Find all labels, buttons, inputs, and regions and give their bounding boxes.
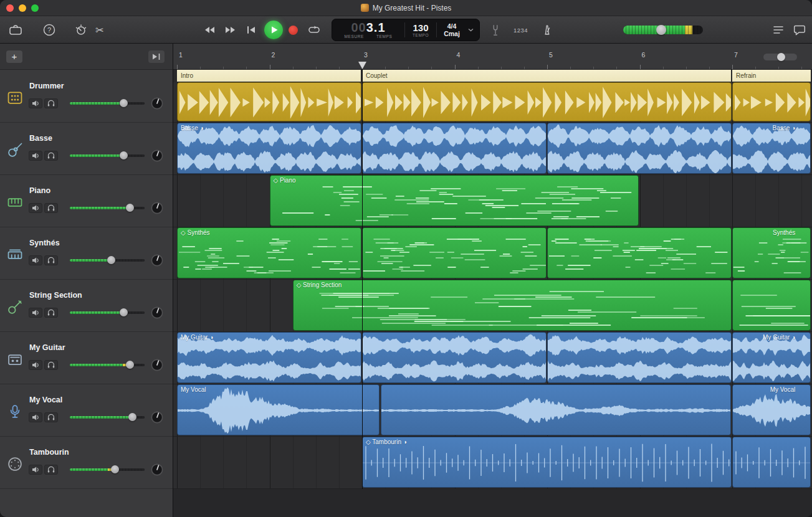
solo-button[interactable]	[44, 203, 58, 213]
solo-button[interactable]	[44, 360, 58, 370]
quick-help-icon[interactable]: ?	[39, 16, 60, 44]
pan-knob[interactable]	[150, 97, 164, 110]
region-basse[interactable]	[547, 123, 732, 174]
region-my-vocal-my-vocal[interactable]: My Vocal	[732, 384, 811, 435]
volume-slider[interactable]	[70, 256, 145, 265]
note-pad-icon[interactable]	[768, 16, 789, 44]
mute-button[interactable]	[29, 151, 42, 161]
region-my-guitar[interactable]	[362, 332, 547, 383]
lcd-display[interactable]: 003.1 MESURETEMPS 130 TEMPO 4/4 Cmaj	[332, 19, 480, 41]
chevron-down-icon[interactable]	[468, 19, 474, 40]
volume-slider[interactable]	[70, 465, 145, 474]
arrangement-marker-refrain[interactable]: Refrain	[732, 70, 811, 82]
region-synth-s[interactable]	[362, 227, 547, 278]
time-ruler[interactable]: 1234567	[173, 44, 812, 70]
volume-slider[interactable]	[70, 413, 145, 422]
mute-button[interactable]	[29, 308, 42, 318]
metronome-icon[interactable]	[537, 16, 558, 44]
pan-knob[interactable]	[150, 410, 164, 424]
region-my-guitar-my-guitar[interactable]: My Guitar ◑	[177, 332, 361, 383]
count-in-button[interactable]: 1234	[513, 16, 528, 44]
tuning-fork-icon[interactable]	[485, 16, 506, 44]
track-header-my-guitar[interactable]: My Guitar	[0, 332, 173, 384]
record-button[interactable]	[289, 26, 298, 35]
fullscreen-button[interactable]	[31, 4, 39, 12]
library-icon[interactable]	[5, 16, 26, 44]
zoom-slider[interactable]	[763, 54, 797, 60]
region-basse-basse[interactable]: Basse ◑	[732, 123, 811, 174]
pan-knob[interactable]	[150, 201, 164, 215]
play-button[interactable]	[264, 21, 283, 39]
region-tambourin-tambourin[interactable]: ◇ Tambourin ◑	[362, 437, 732, 488]
region-string-section-string-section[interactable]: ◇ String Section	[293, 280, 732, 331]
region-my-vocal[interactable]	[381, 384, 732, 435]
solo-button[interactable]	[44, 412, 58, 422]
mute-button[interactable]	[29, 98, 42, 108]
volume-slider[interactable]	[70, 361, 145, 369]
playhead[interactable]	[362, 62, 363, 489]
pan-knob[interactable]	[150, 463, 164, 477]
solo-button[interactable]	[44, 151, 58, 161]
volume-slider-thumb[interactable]	[120, 151, 128, 159]
region-my-guitar[interactable]	[547, 332, 732, 383]
pan-knob[interactable]	[150, 254, 164, 267]
smart-controls-icon[interactable]	[70, 16, 92, 44]
region-drummer[interactable]	[177, 82, 361, 121]
region-tambourin[interactable]	[732, 437, 811, 488]
region-my-vocal-my-vocal[interactable]: My Vocal	[177, 384, 380, 435]
region-string-section[interactable]	[732, 280, 811, 331]
mute-button[interactable]	[29, 412, 42, 422]
add-track-button[interactable]: +	[6, 50, 22, 63]
volume-slider[interactable]	[70, 99, 145, 108]
volume-slider-thumb[interactable]	[120, 99, 128, 107]
track-header-string-section[interactable]: String Section	[0, 280, 173, 332]
volume-slider-thumb[interactable]	[126, 361, 134, 369]
track-header-drummer[interactable]: Drummer	[0, 70, 173, 123]
volume-slider[interactable]	[70, 151, 145, 160]
pan-knob[interactable]	[150, 306, 164, 320]
track-header-collapse-icon[interactable]	[148, 50, 165, 63]
master-volume-slider[interactable]	[623, 26, 703, 34]
solo-button[interactable]	[44, 465, 58, 475]
mute-button[interactable]	[29, 360, 42, 370]
editors-scissors-icon[interactable]: ✂	[89, 16, 110, 44]
pan-knob[interactable]	[150, 358, 164, 372]
solo-button[interactable]	[44, 255, 58, 265]
region-drummer[interactable]	[732, 82, 811, 121]
volume-slider[interactable]	[70, 204, 145, 212]
volume-slider-thumb[interactable]	[107, 256, 115, 264]
goto-beginning-button[interactable]	[241, 16, 262, 44]
track-header-basse[interactable]: Basse	[0, 123, 173, 175]
zoom-knob[interactable]	[777, 53, 785, 61]
volume-slider-thumb[interactable]	[111, 465, 119, 473]
region-synth-s-synth-s[interactable]: Synthés	[732, 227, 811, 278]
volume-slider[interactable]	[70, 308, 145, 317]
arrangement-marker-intro[interactable]: Intro	[177, 70, 361, 82]
region-my-guitar-my-guitar[interactable]: My Guitar ◑	[732, 332, 811, 383]
volume-slider-thumb[interactable]	[120, 308, 128, 316]
close-button[interactable]	[6, 4, 14, 12]
fast-forward-button[interactable]	[220, 16, 241, 44]
region-synth-s-synth-s[interactable]: ◇ Synthés	[177, 227, 361, 278]
minimize-button[interactable]	[19, 4, 26, 12]
mute-button[interactable]	[29, 255, 42, 265]
arrangement-marker-couplet[interactable]: Couplet	[362, 70, 731, 82]
track-header-piano[interactable]: Piano	[0, 175, 173, 227]
volume-slider-thumb[interactable]	[128, 413, 136, 421]
region-basse-basse[interactable]: Basse ◑	[177, 123, 361, 174]
rewind-button[interactable]	[199, 16, 220, 44]
region-basse[interactable]	[362, 123, 547, 174]
cycle-button[interactable]	[303, 16, 325, 44]
track-header-tambourin[interactable]: Tambourin	[0, 437, 173, 489]
region-piano-piano[interactable]: ◇ Piano	[270, 175, 639, 226]
track-header-my-vocal[interactable]: My Vocal	[0, 384, 173, 437]
solo-button[interactable]	[44, 98, 58, 108]
solo-button[interactable]	[44, 308, 58, 318]
mute-button[interactable]	[29, 465, 42, 475]
mute-button[interactable]	[29, 203, 42, 213]
pan-knob[interactable]	[150, 149, 164, 163]
region-drummer[interactable]	[362, 82, 732, 121]
volume-slider-thumb[interactable]	[126, 204, 134, 212]
chat-bubble-icon[interactable]	[789, 16, 810, 44]
track-header-synth-s[interactable]: Synthés	[0, 227, 173, 280]
